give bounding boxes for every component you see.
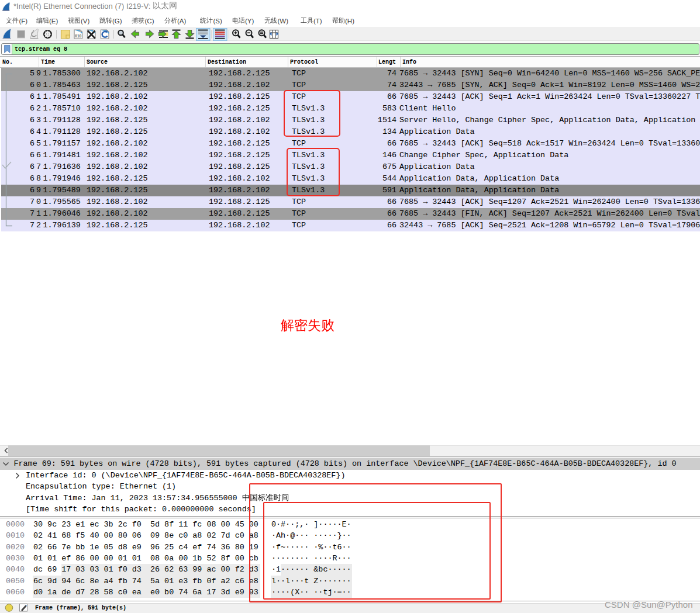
svg-text:010: 010 bbox=[75, 34, 81, 38]
